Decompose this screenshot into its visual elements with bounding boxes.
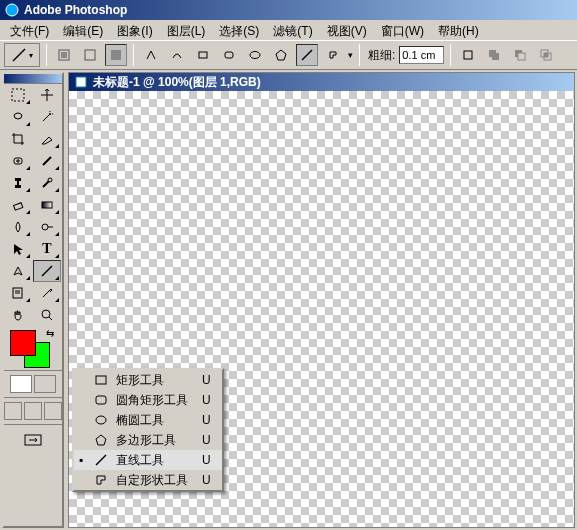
menu-filter[interactable]: 滤镜(T): [267, 22, 318, 38]
screen-fullmenu-icon[interactable]: [24, 402, 42, 420]
menu-select[interactable]: 选择(S): [213, 22, 265, 38]
rounded-rect-icon[interactable]: [218, 44, 240, 66]
menu-layer[interactable]: 图层(L): [161, 22, 212, 38]
svg-rect-27: [42, 202, 52, 208]
shape-options-dropdown-icon[interactable]: ▾: [348, 50, 353, 60]
toolbox: T ⇆: [2, 72, 64, 528]
svg-rect-19: [12, 89, 24, 101]
main-area: T ⇆ 未标题: [0, 70, 577, 530]
ellipse-icon[interactable]: [244, 44, 266, 66]
menu-edit[interactable]: 编辑(E): [57, 22, 109, 38]
blur-tool[interactable]: [4, 216, 32, 238]
rectangle-icon: [92, 373, 110, 387]
pen-option-icon[interactable]: [140, 44, 162, 66]
rectangle-icon[interactable]: [192, 44, 214, 66]
weight-input[interactable]: [399, 46, 444, 64]
pen-tool[interactable]: [4, 260, 32, 282]
svg-rect-4: [85, 50, 95, 60]
custom-shape-icon[interactable]: [322, 44, 344, 66]
custom-shape-icon: [92, 473, 110, 487]
history-brush-tool[interactable]: [33, 172, 61, 194]
move-tool[interactable]: [33, 84, 61, 106]
flyout-item-ellipse[interactable]: 椭圆工具 U: [74, 410, 222, 430]
freeform-pen-icon[interactable]: [166, 44, 188, 66]
document-title-bar[interactable]: 未标题-1 @ 100%(图层 1,RGB): [69, 73, 574, 91]
dodge-tool[interactable]: [33, 216, 61, 238]
flyout-item-rectangle[interactable]: 矩形工具 U: [74, 370, 222, 390]
lasso-tool[interactable]: [4, 106, 32, 128]
screen-full-icon[interactable]: [44, 402, 62, 420]
svg-rect-3: [61, 52, 67, 58]
document-icon: [73, 74, 89, 90]
menu-image[interactable]: 图象(I): [111, 22, 158, 38]
svg-rect-24: [15, 178, 21, 181]
crop-tool[interactable]: [4, 128, 32, 150]
path-select-tool[interactable]: [4, 238, 32, 260]
svg-point-31: [42, 310, 50, 318]
zoom-tool[interactable]: [33, 304, 61, 326]
notes-tool[interactable]: [4, 282, 32, 304]
weight-label: 粗细:: [368, 47, 395, 64]
wand-tool[interactable]: [33, 106, 61, 128]
shape-layers-icon[interactable]: [53, 44, 75, 66]
tool-preset-picker[interactable]: ▾: [4, 43, 40, 67]
title-bar: Adobe Photoshop: [0, 0, 577, 20]
screen-standard-icon[interactable]: [4, 402, 22, 420]
mode-new-icon[interactable]: [457, 44, 479, 66]
svg-rect-6: [199, 52, 207, 58]
svg-rect-33: [76, 77, 86, 87]
separator: [450, 44, 451, 66]
marquee-tool[interactable]: [4, 84, 32, 106]
menu-view[interactable]: 视图(V): [321, 22, 373, 38]
svg-rect-15: [518, 53, 525, 60]
foreground-color[interactable]: [10, 330, 36, 356]
mode-subtract-icon[interactable]: [509, 44, 531, 66]
app-icon: [4, 2, 20, 18]
stamp-tool[interactable]: [4, 172, 32, 194]
type-tool[interactable]: T: [33, 238, 61, 260]
paths-icon[interactable]: [79, 44, 101, 66]
color-picker-area: ⇆: [4, 326, 62, 370]
shape-tool[interactable]: [33, 260, 61, 282]
slice-tool[interactable]: [33, 128, 61, 150]
standard-mode-icon[interactable]: [10, 375, 32, 393]
svg-point-28: [42, 224, 48, 230]
fill-pixels-icon[interactable]: [105, 44, 127, 66]
svg-line-10: [302, 50, 312, 60]
shape-tool-flyout: 矩形工具 U 圆角矩形工具 U 椭圆工具 U 多边形工具 U ▪ 直线工具 U: [72, 368, 224, 492]
flyout-item-rounded-rectangle[interactable]: 圆角矩形工具 U: [74, 390, 222, 410]
flyout-item-line[interactable]: ▪ 直线工具 U: [74, 450, 222, 470]
ellipse-icon: [92, 413, 110, 427]
jump-to-imageready-icon[interactable]: [19, 429, 47, 451]
svg-marker-9: [276, 50, 286, 60]
flyout-item-custom-shape[interactable]: 自定形状工具 U: [74, 470, 222, 490]
eraser-tool[interactable]: [4, 194, 32, 216]
svg-marker-37: [96, 435, 106, 445]
line-icon[interactable]: [296, 44, 318, 66]
svg-rect-35: [96, 396, 106, 404]
polygon-icon[interactable]: [270, 44, 292, 66]
svg-point-0: [6, 4, 18, 16]
svg-line-1: [13, 49, 25, 61]
menu-help[interactable]: 帮助(H): [432, 22, 485, 38]
flyout-item-polygon[interactable]: 多边形工具 U: [74, 430, 222, 450]
quickmask-mode-icon[interactable]: [34, 375, 56, 393]
heal-tool[interactable]: [4, 150, 32, 172]
svg-point-8: [250, 52, 260, 59]
svg-rect-7: [225, 52, 233, 58]
swap-colors-icon[interactable]: ⇆: [46, 328, 54, 339]
mode-add-icon[interactable]: [483, 44, 505, 66]
svg-rect-26: [14, 203, 23, 210]
selected-mark-icon: ▪: [76, 453, 86, 467]
svg-rect-18: [544, 53, 548, 57]
menu-window[interactable]: 窗口(W): [375, 22, 430, 38]
toolbox-header[interactable]: [4, 74, 62, 84]
brush-tool[interactable]: [33, 150, 61, 172]
polygon-icon: [92, 433, 110, 447]
eyedropper-tool[interactable]: [33, 282, 61, 304]
hand-tool[interactable]: [4, 304, 32, 326]
mode-intersect-icon[interactable]: [535, 44, 557, 66]
gradient-tool[interactable]: [33, 194, 61, 216]
svg-rect-11: [464, 51, 472, 59]
menu-file[interactable]: 文件(F): [4, 22, 55, 38]
